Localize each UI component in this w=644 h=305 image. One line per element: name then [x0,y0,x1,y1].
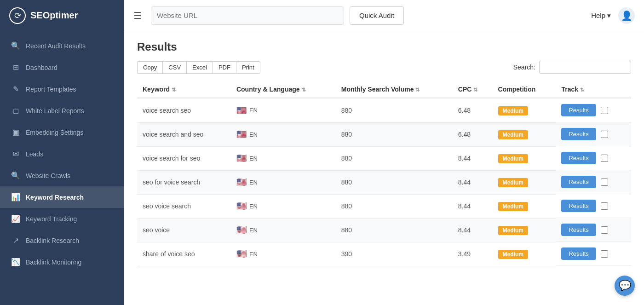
logo: ⟳ SEOptimer [0,0,124,31]
sidebar-item-white-label[interactable]: ◻White Label Reports [0,100,124,121]
export-print-button[interactable]: Print [236,61,260,74]
export-excel-button[interactable]: Excel [186,61,213,74]
results-button[interactable]: Results [561,247,596,260]
export-pdf-button[interactable]: PDF [213,61,236,74]
sidebar-item-label: Embedding Settings [26,129,83,136]
track-cell: Results [556,146,631,170]
country-language-cell: 🇺🇸EN [231,218,336,242]
chat-button[interactable]: 💬 [615,276,635,296]
sidebar-item-report-templates[interactable]: ✎Report Templates [0,78,124,100]
flag-icon: 🇺🇸 [236,177,247,187]
help-button[interactable]: Help ▾ [591,12,611,20]
track-checkbox[interactable] [601,178,608,186]
sidebar-item-keyword-tracking[interactable]: 📈Keyword Tracking [0,208,124,230]
country-language-cell: 🇺🇸EN [231,98,336,122]
competition-badge: Medium [498,130,528,139]
cpc-cell: 8.44 [453,194,493,218]
sidebar-item-embedding[interactable]: ▣Embedding Settings [0,121,124,143]
sidebar-item-backlink-monitoring[interactable]: 📉Backlink Monitoring [0,251,124,273]
track-checkbox[interactable] [601,155,608,162]
keyword-tracking-icon: 📈 [11,214,20,223]
volume-cell: 880 [336,218,453,242]
country-language-cell: 🇺🇸EN [231,122,336,146]
competition-badge: Medium [498,202,528,211]
page-title: Results [137,40,631,53]
table-row: seo for voice search🇺🇸EN8808.44MediumRes… [137,170,631,194]
table-row: voice search seo🇺🇸EN8806.48MediumResults [137,98,631,122]
logo-text: SEOptimer [30,10,78,21]
track-cell: Results [556,122,631,146]
keyword-cell: seo for voice search [137,170,231,194]
cpc-cell: 8.44 [453,170,493,194]
results-button[interactable]: Results [561,104,596,116]
dashboard-icon: ⊞ [11,63,20,72]
results-button[interactable]: Results [561,128,596,140]
sidebar-item-label: White Label Reports [26,107,84,115]
competition-badge: Medium [498,250,528,259]
col-header-competition: Competition [493,81,556,98]
country-language-cell: 🇺🇸EN [231,242,336,266]
competition-badge: Medium [498,154,528,163]
url-input[interactable] [151,6,344,25]
topbar-right: Help ▾ 👤 [591,7,635,24]
keyword-cell: seo voice [137,218,231,242]
table-row: voice search and seo🇺🇸EN8806.48MediumRes… [137,122,631,146]
competition-badge: Medium [498,226,528,235]
language-code: EN [249,227,258,234]
track-checkbox[interactable] [601,250,608,258]
sidebar-item-website-crawls[interactable]: 🔍Website Crawls [0,165,124,186]
track-checkbox[interactable] [601,202,608,210]
track-cell: Results [556,218,631,242]
country-language-cell: 🇺🇸EN [231,194,336,218]
recent-audit-icon: 🔍 [11,41,20,50]
competition-cell: Medium [493,170,556,194]
results-button[interactable]: Results [561,200,596,212]
table-row: seo voice🇺🇸EN8808.44MediumResults [137,218,631,242]
keyword-cell: voice search seo [137,98,231,122]
export-buttons-group: CopyCSVExcelPDFPrint [137,61,260,74]
language-code: EN [249,251,258,258]
search-input[interactable] [539,61,631,74]
language-code: EN [249,155,258,162]
track-cell: Results [556,98,631,122]
track-checkbox[interactable] [601,131,608,138]
sidebar-item-dashboard[interactable]: ⊞Dashboard [0,57,124,78]
col-header-track[interactable]: Track⇅ [556,81,631,98]
track-checkbox[interactable] [601,226,608,234]
results-button[interactable]: Results [561,176,596,188]
col-header-volume[interactable]: Monthly Search Volume⇅ [336,81,453,98]
sidebar-item-label: Website Crawls [26,172,70,179]
sidebar-item-keyword-research[interactable]: 📊Keyword Research [0,186,124,208]
sidebar-item-label: Recent Audit Results [26,42,86,50]
website-crawls-icon: 🔍 [11,171,20,180]
export-csv-button[interactable]: CSV [162,61,186,74]
sidebar: 🔍Recent Audit Results⊞Dashboard✎Report T… [0,31,124,305]
competition-cell: Medium [493,194,556,218]
flag-icon: 🇺🇸 [236,105,247,115]
hamburger-button[interactable]: ☰ [130,6,145,25]
avatar[interactable]: 👤 [618,7,635,24]
quick-audit-button[interactable]: Quick Audit [350,6,404,25]
cpc-cell: 6.48 [453,122,493,146]
search-label: Search: [513,63,535,71]
results-button[interactable]: Results [561,152,596,164]
sidebar-item-leads[interactable]: ✉Leads [0,143,124,165]
track-checkbox[interactable] [601,107,608,114]
white-label-icon: ◻ [11,106,20,115]
flag-icon: 🇺🇸 [236,153,247,163]
col-header-country[interactable]: Country & Language⇅ [231,81,336,98]
col-header-keyword[interactable]: Keyword⇅ [137,81,231,98]
results-button[interactable]: Results [561,224,596,236]
sidebar-item-label: Dashboard [26,64,58,71]
sidebar-item-recent-audit[interactable]: 🔍Recent Audit Results [0,35,124,57]
language-code: EN [249,179,258,186]
volume-cell: 880 [336,122,453,146]
track-cell: Results [556,170,631,194]
col-header-cpc[interactable]: CPC⇅ [453,81,493,98]
keyword-cell: voice search and seo [137,122,231,146]
report-templates-icon: ✎ [11,85,20,93]
backlink-monitoring-icon: 📉 [11,258,20,266]
backlink-research-icon: ↗ [11,236,20,245]
sidebar-item-backlink-research[interactable]: ↗Backlink Research [0,230,124,251]
export-copy-button[interactable]: Copy [137,61,162,74]
